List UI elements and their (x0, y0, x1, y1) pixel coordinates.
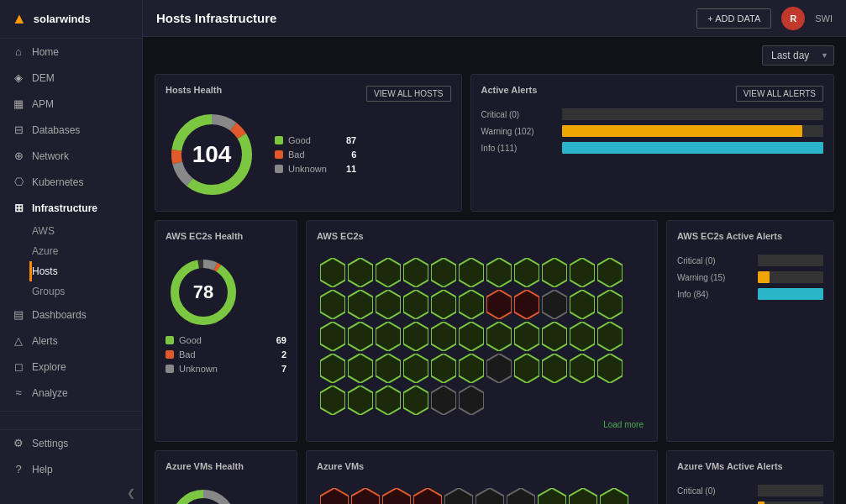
hex-shape (376, 258, 401, 287)
kubernetes-icon: ⎔ (12, 176, 25, 188)
sidebar-item-network[interactable]: ⊕Network (0, 143, 142, 169)
svg-marker-33 (403, 322, 428, 351)
hex-shape (403, 258, 428, 287)
svg-marker-49 (542, 354, 567, 383)
svg-marker-47 (486, 354, 512, 383)
time-select[interactable]: Last day (762, 45, 834, 66)
aws-unknown-val: 7 (275, 364, 286, 374)
sidebar-item-infrastructure[interactable]: ⊞Infrastructure (0, 195, 142, 221)
hex-shape (514, 354, 539, 383)
alert-bar-row: Critical (0) (677, 485, 823, 496)
alert-label: Critical (0) (677, 486, 753, 496)
svg-marker-17 (570, 258, 595, 287)
sidebar-item-analyze[interactable]: ≈Analyze (0, 380, 142, 406)
svg-marker-44 (403, 354, 428, 383)
azure-vms-card: Azure VMs (306, 450, 658, 504)
hex-shape (320, 322, 345, 351)
hex-shape (476, 488, 504, 504)
sidebar-item-help[interactable]: ? Help (0, 456, 142, 482)
legend-good: Good 87 (275, 135, 356, 145)
aws-legend: Good 69 Bad 2 Unknown 7 (166, 335, 286, 374)
sidebar-label-analyze: Analyze (32, 387, 68, 399)
sidebar-sub-item-aws[interactable]: AWS (32, 221, 142, 241)
svg-marker-26 (514, 290, 539, 319)
svg-marker-55 (403, 386, 428, 415)
load-more-button[interactable]: Load more (317, 418, 647, 431)
azure-health-title: Azure VMs Health (166, 461, 244, 471)
hex-shape (538, 488, 566, 504)
alert-label: Critical (0) (481, 110, 557, 119)
svg-marker-16 (542, 258, 567, 287)
hex-shape (320, 386, 345, 415)
sidebar-sub-item-hosts[interactable]: Hosts (29, 261, 142, 281)
sidebar-item-explore[interactable]: ◻Explore (0, 354, 142, 380)
hex-shape (413, 488, 442, 504)
filter-row: Last day (155, 45, 834, 66)
hex-shape (507, 488, 535, 504)
hex-shape (431, 354, 456, 383)
sidebar-item-dashboards[interactable]: ▤Dashboards (0, 302, 142, 328)
active-alerts-title: Active Alerts (481, 85, 538, 95)
time-filter-wrap[interactable]: Last day (762, 45, 834, 66)
sidebar-item-home[interactable]: ⌂Home (0, 39, 142, 65)
hex-shape (542, 258, 567, 287)
alert-label: Warning (15) (677, 273, 753, 282)
unknown-label: Unknown (288, 164, 334, 174)
aws-unknown-label: Unknown (179, 364, 225, 374)
hex-shape (597, 258, 623, 287)
alert-bar-bg (758, 288, 823, 300)
sidebar-item-kubernetes[interactable]: ⎔Kubernetes (0, 169, 142, 195)
hex-shape (597, 354, 623, 383)
sidebar-item-apm[interactable]: ▦APM (0, 91, 142, 117)
sidebar-item-dem[interactable]: ◈DEM (0, 65, 142, 91)
view-all-alerts-button[interactable]: VIEW ALL ALERTS (736, 86, 823, 102)
alert-bar-bg (562, 142, 823, 154)
svg-marker-12 (431, 258, 456, 287)
svg-marker-66 (444, 488, 473, 504)
legend-unknown: Unknown 11 (275, 164, 356, 174)
aws-good-dot (166, 336, 174, 344)
alerts-bars: Critical (0) Warning (102) Info (111) (481, 108, 823, 154)
hex-shape (542, 290, 567, 319)
bad-dot (275, 150, 283, 159)
hex-shape (348, 354, 373, 383)
svg-marker-20 (348, 290, 373, 319)
azure-alerts-bars: Critical (0) Warning (1) Info (10) (677, 485, 823, 504)
hex-shape (431, 386, 456, 415)
sidebar-label-explore: Explore (32, 361, 66, 373)
svg-marker-21 (376, 290, 401, 319)
sidebar-item-alerts[interactable]: △Alerts (0, 328, 142, 354)
bad-label: Bad (288, 150, 334, 160)
svg-marker-38 (542, 322, 567, 351)
aws-good-val: 69 (270, 335, 286, 345)
add-data-button[interactable]: + ADD DATA (696, 8, 771, 29)
svg-marker-64 (382, 488, 411, 504)
sidebar-sub-item-groups[interactable]: Groups (32, 281, 142, 302)
azure-health-body: 10 (166, 485, 286, 504)
hex-shape (459, 258, 484, 287)
hex-shape (403, 290, 428, 319)
sidebar-sub-item-azure[interactable]: Azure (32, 241, 142, 261)
hex-shape (459, 290, 484, 319)
hex-shape (597, 322, 623, 351)
svg-marker-57 (459, 386, 484, 415)
svg-marker-18 (597, 258, 623, 287)
svg-marker-53 (348, 386, 373, 415)
sidebar-label-infrastructure: Infrastructure (32, 202, 97, 214)
sidebar-item-databases[interactable]: ⊟Databases (0, 117, 142, 143)
good-dot (275, 136, 283, 144)
aws-total: 78 (193, 281, 213, 303)
user-name: SWI (815, 13, 833, 24)
content-area: Last day Hosts Health VIEW ALL HOSTS (143, 37, 846, 504)
sidebar-item-settings[interactable]: ⚙ Settings (0, 430, 142, 456)
hosts-health-card: Hosts Health VIEW ALL HOSTS (155, 74, 462, 212)
good-label: Good (288, 135, 334, 145)
svg-marker-71 (600, 488, 628, 504)
sidebar-label-dem: DEM (32, 72, 55, 84)
aws-ec2s-card: AWS EC2s Load more (306, 220, 658, 442)
collapse-button[interactable]: ❮ (0, 482, 142, 504)
aws-alerts-card: AWS EC2s Active Alerts Critical (0) Warn… (666, 220, 834, 442)
hex-shape (348, 258, 373, 287)
view-all-hosts-button[interactable]: VIEW ALL HOSTS (366, 86, 450, 102)
svg-marker-32 (376, 322, 401, 351)
